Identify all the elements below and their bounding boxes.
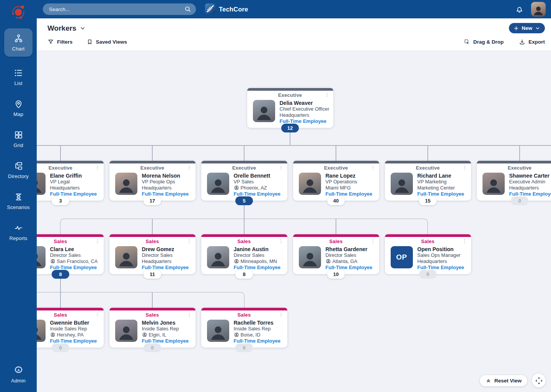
reports-count-badge[interactable]: 11 (143, 270, 161, 279)
sidebar-item-admin[interactable]: A Admin (4, 364, 33, 385)
org-card-orelle-bennett[interactable]: Executive ⋮ Orelle Bennett VP Sales Phoe… (201, 161, 287, 201)
org-card-delia-weaver[interactable]: Executive ⋮ Delia Weaver Chief Executive… (247, 88, 333, 128)
reports-count-badge[interactable]: 8 (235, 270, 253, 279)
reports-count-badge[interactable]: 40 (327, 196, 345, 205)
reports-count-badge[interactable]: 5 (235, 196, 253, 205)
org-card-rachelle-torres[interactable]: Sales ⋮ Rachelle Torres Inside Sales Rep… (201, 308, 287, 348)
company-orbit-logo[interactable] (0, 0, 37, 21)
org-card-richard-lane[interactable]: Executive ⋮ Richard Lane VP Marketing Ma… (385, 161, 471, 201)
kebab-menu-icon[interactable]: ⋮ (95, 238, 100, 244)
person-photo (37, 323, 44, 342)
reports-pulse-icon (14, 223, 23, 233)
org-card-morena-nelson[interactable]: Executive ⋮ Morena Nelson VP People Ops … (109, 161, 196, 201)
reports-count-badge[interactable]: 8 (52, 270, 69, 279)
kebab-menu-icon[interactable]: ⋮ (279, 165, 284, 170)
avatar (253, 100, 275, 122)
badge-location-icon (234, 185, 239, 191)
org-card-melvin-jones[interactable]: Sales ⋮ Melvin Jones Inside Sales Rep El… (109, 308, 196, 348)
sidebar-item-map[interactable]: Map (4, 98, 33, 119)
team-label: Sales (238, 312, 251, 318)
person-name: Clara Lee (50, 246, 98, 252)
team-color-bar (385, 161, 471, 163)
reset-view-button[interactable]: Reset View (480, 375, 527, 386)
saved-views-button[interactable]: Saved Views (86, 39, 127, 45)
kebab-menu-icon[interactable]: ⋮ (187, 165, 192, 170)
reports-count-badge[interactable]: 0 (235, 343, 253, 352)
team-label: Executive (416, 165, 440, 171)
org-chart-canvas[interactable]: Reset View Executive ⋮ Delia Weaver Chie… (37, 51, 551, 392)
reports-count-badge[interactable]: 0 (143, 343, 161, 352)
badge-location-icon (50, 332, 55, 338)
sidebar-item-scenarios[interactable]: Scenarios (4, 191, 33, 212)
org-card-rane-lopez[interactable]: Executive ⋮ Rane Lopez VP Operations Mia… (293, 161, 379, 201)
sidebar-item-grid[interactable]: Grid (4, 129, 33, 150)
export-button[interactable]: Export (519, 39, 545, 45)
person-photo (300, 176, 320, 195)
badge-location-icon (50, 259, 55, 264)
kebab-menu-icon[interactable]: ⋮ (462, 165, 468, 170)
org-chart-icon (14, 34, 23, 43)
kebab-menu-icon[interactable]: ⋮ (370, 238, 376, 244)
list-icon (14, 68, 23, 78)
reports-count-badge[interactable]: 3 (52, 196, 69, 205)
drag-drop-icon (464, 39, 470, 45)
location: Headquarters (280, 112, 329, 118)
filters-button[interactable]: Filters (47, 39, 73, 45)
reports-count-badge[interactable]: 0 (52, 343, 69, 352)
pan-view-button[interactable] (532, 374, 546, 387)
connector-line (519, 145, 520, 161)
kebab-menu-icon[interactable]: ⋮ (279, 312, 284, 317)
notification-bell-icon[interactable] (515, 5, 524, 14)
reports-count-badge[interactable]: 17 (143, 196, 161, 205)
reports-count-badge[interactable]: 15 (419, 196, 437, 205)
team-color-bar (109, 161, 196, 163)
search-icon[interactable] (184, 5, 191, 14)
avatar (115, 246, 137, 268)
svg-text:A: A (17, 368, 20, 372)
org-card-rhetta-gardener[interactable]: Sales ⋮ Rhetta Gardener Director Sales A… (293, 234, 379, 274)
org-card-janine-austin[interactable]: Sales ⋮ Janine Austin Director Sales Min… (201, 234, 287, 274)
org-card-clara-lee[interactable]: Sales ⋮ Clara Lee Director Sales San Fra… (37, 234, 104, 274)
job-title: Inside Sales Rep (142, 326, 189, 332)
user-avatar[interactable] (531, 2, 546, 16)
filter-funnel-icon (47, 39, 54, 45)
location: Boise, ID (234, 332, 281, 338)
avatar (115, 320, 137, 342)
page-title: Workers (47, 24, 77, 33)
reports-count-badge[interactable]: 10 (327, 270, 345, 279)
person-name: Elane Griffin (50, 173, 97, 179)
connector-line (37, 145, 551, 146)
org-card-shawnee-carter[interactable]: Executive ⋮ Shawnee Carter Executive Adm… (477, 161, 551, 201)
search-input[interactable] (43, 3, 196, 15)
reports-count-badge[interactable]: 0 (419, 270, 437, 279)
view-selector[interactable]: Workers (47, 24, 86, 33)
kebab-menu-icon[interactable]: ⋮ (324, 92, 330, 98)
kebab-menu-icon[interactable]: ⋮ (187, 238, 192, 244)
reports-count-badge[interactable]: 12 (281, 124, 299, 132)
admin-gear-icon: A (14, 366, 23, 375)
kebab-menu-icon[interactable]: ⋮ (370, 165, 376, 170)
brand-name: TechCore (219, 6, 248, 13)
kebab-menu-icon[interactable]: ⋮ (95, 312, 100, 317)
org-card-gwennie-butler[interactable]: Sales ⋮ Gwennie Butler Inside Sales Rep … (37, 308, 104, 348)
job-title: Director Sales (50, 252, 98, 258)
job-title: Director Sales (326, 252, 373, 258)
job-title: Sales Ops Manager (417, 252, 465, 258)
team-label: Executive (232, 165, 256, 171)
kebab-menu-icon[interactable]: ⋮ (95, 165, 100, 170)
connector-line (244, 145, 245, 161)
kebab-menu-icon[interactable]: ⋮ (279, 238, 284, 244)
org-card-drew-gomez[interactable]: Sales ⋮ Drew Gomez Director Sales Headqu… (109, 234, 196, 274)
new-button[interactable]: New (509, 23, 545, 33)
org-card-elane-griffin[interactable]: Executive ⋮ Elane Griffin VP Legal Headq… (37, 161, 104, 201)
sidebar-item-directory[interactable]: Directory (4, 160, 33, 181)
reports-count-badge[interactable]: 0 (511, 196, 528, 205)
kebab-menu-icon[interactable]: ⋮ (462, 238, 468, 244)
team-label: Sales (421, 238, 435, 244)
drag-drop-button[interactable]: Drag & Drop (464, 39, 504, 45)
org-card-open-position[interactable]: Sales ⋮ OP Open Position Sales Ops Manag… (385, 234, 471, 274)
sidebar-item-chart[interactable]: Chart (4, 28, 33, 57)
sidebar-item-reports[interactable]: Reports (4, 222, 33, 243)
kebab-menu-icon[interactable]: ⋮ (187, 312, 192, 317)
sidebar-item-list[interactable]: List (4, 67, 33, 88)
